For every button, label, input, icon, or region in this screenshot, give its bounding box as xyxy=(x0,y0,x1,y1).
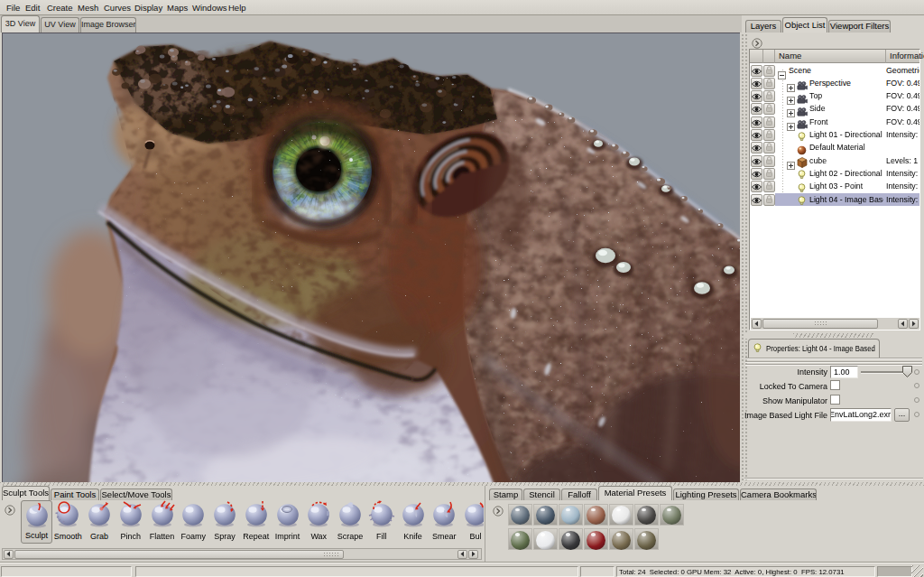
tab-object-list[interactable]: Object List xyxy=(782,17,827,33)
tab-camera-bookmarks[interactable]: Camera Bookmarks xyxy=(740,489,817,500)
visibility-toggle[interactable] xyxy=(751,142,762,154)
visibility-toggle[interactable] xyxy=(751,129,762,141)
lock-toggle[interactable] xyxy=(763,129,775,141)
menu-maps[interactable]: Maps xyxy=(167,3,188,13)
scroll-left-button-2[interactable] xyxy=(457,550,467,559)
tools-expand-button[interactable] xyxy=(5,503,16,515)
manipulator-key-indicator[interactable] xyxy=(914,397,919,403)
intensity-key-indicator[interactable] xyxy=(914,369,919,375)
file-key-indicator[interactable] xyxy=(914,412,919,417)
light-file-input[interactable]: eEnvLatLong2.exr xyxy=(830,408,892,422)
tab-uv-view[interactable]: UV View xyxy=(41,17,79,33)
header-visibility-column[interactable] xyxy=(750,50,763,63)
table-row[interactable]: FrontFOV: 0.49... xyxy=(750,116,919,128)
tool-bul[interactable]: Bul xyxy=(460,500,485,544)
lock-toggle[interactable] xyxy=(763,116,775,128)
lock-toggle[interactable] xyxy=(763,65,775,77)
lock-toggle[interactable] xyxy=(763,90,775,102)
table-row[interactable]: Default Material xyxy=(750,142,919,154)
tab-image-browser[interactable]: Image Browser xyxy=(80,17,136,33)
visibility-toggle[interactable] xyxy=(751,90,762,102)
menu-file[interactable]: File xyxy=(6,3,20,13)
menu-windows[interactable]: Windows xyxy=(192,3,227,13)
resize-grip[interactable] xyxy=(911,565,923,577)
visibility-toggle[interactable] xyxy=(751,103,762,115)
tab-viewport-filters[interactable]: Viewport Filters xyxy=(828,20,891,33)
table-row[interactable]: Light 03 - PointIntensity: 0... xyxy=(750,181,919,193)
lock-toggle[interactable] xyxy=(763,142,775,154)
material-preset[interactable] xyxy=(584,528,608,550)
material-preset[interactable] xyxy=(508,528,532,550)
lock-toggle[interactable] xyxy=(763,168,775,180)
visibility-toggle[interactable] xyxy=(751,168,762,180)
table-row[interactable]: TopFOV: 0.49... xyxy=(750,90,919,103)
lock-toggle[interactable] xyxy=(763,103,775,115)
header-name-column[interactable]: Name xyxy=(775,50,886,63)
intensity-slider-thumb[interactable] xyxy=(902,365,912,377)
viewport-3d[interactable] xyxy=(2,33,740,482)
material-preset[interactable] xyxy=(660,504,684,526)
locked-key-indicator[interactable] xyxy=(914,383,919,388)
intensity-input[interactable]: 1.00 xyxy=(830,366,858,378)
locked-to-camera-checkbox[interactable] xyxy=(830,380,840,390)
scroll-left-button-2[interactable] xyxy=(898,319,908,329)
material-preset[interactable] xyxy=(609,504,633,526)
lock-toggle[interactable] xyxy=(763,181,775,192)
tab-paint-tools[interactable]: Paint Tools xyxy=(51,489,99,500)
visibility-toggle[interactable] xyxy=(751,78,762,89)
visibility-toggle[interactable] xyxy=(751,65,762,77)
table-row[interactable]: PerspectiveFOV: 0.49... xyxy=(750,77,919,89)
tab-stamp[interactable]: Stamp xyxy=(489,489,522,500)
material-preset[interactable] xyxy=(559,528,583,550)
tab-select-move-tools[interactable]: Select/Move Tools xyxy=(100,489,172,500)
table-row[interactable]: Light 04 - Image BasedIntensity: 0... xyxy=(750,193,919,206)
table-row[interactable]: SideFOV: 0.49... xyxy=(750,103,919,116)
scroll-thumb[interactable] xyxy=(14,550,344,559)
material-preset[interactable] xyxy=(533,528,558,550)
material-preset[interactable] xyxy=(634,504,659,526)
tab-sculpt-tools[interactable]: Sculpt Tools xyxy=(2,486,50,500)
scroll-left-button[interactable] xyxy=(752,319,762,329)
material-preset[interactable] xyxy=(533,504,558,526)
tab-material-presets[interactable]: Material Presets xyxy=(598,486,672,500)
table-row[interactable]: Light 01 - DirectionalIntensity: 0... xyxy=(750,129,919,142)
table-row[interactable]: cubeLevels: 1 ... xyxy=(750,154,919,167)
tools-hscrollbar[interactable] xyxy=(2,548,482,560)
scroll-right-button[interactable] xyxy=(468,550,478,559)
tab-layers[interactable]: Layers xyxy=(745,20,781,33)
tab-3d-view[interactable]: 3D View xyxy=(1,15,40,33)
material-preset[interactable] xyxy=(609,528,633,550)
material-preset[interactable] xyxy=(508,504,532,526)
menu-edit[interactable]: Edit xyxy=(25,3,40,13)
show-manipulator-checkbox[interactable] xyxy=(830,395,840,405)
lock-toggle[interactable] xyxy=(763,194,775,206)
tab-falloff[interactable]: Falloff xyxy=(561,489,597,500)
tab-lighting-presets[interactable]: Lighting Presets xyxy=(673,489,739,500)
browse-file-button[interactable]: ... xyxy=(894,408,910,422)
menu-help[interactable]: Help xyxy=(228,3,246,13)
scroll-right-button[interactable] xyxy=(909,319,919,329)
scroll-left-button[interactable] xyxy=(4,550,14,559)
menu-curves[interactable]: Curves xyxy=(104,3,131,13)
object-list-expand-button[interactable] xyxy=(752,36,763,48)
table-row[interactable]: Light 02 - DirectionalIntensity: 0... xyxy=(750,167,919,180)
lock-toggle[interactable] xyxy=(763,78,775,89)
visibility-toggle[interactable] xyxy=(751,194,762,206)
header-lock-column[interactable] xyxy=(763,50,775,63)
menu-mesh[interactable]: Mesh xyxy=(78,3,98,13)
table-row[interactable]: SceneGeometries xyxy=(750,64,919,77)
tab-properties[interactable]: Properties: Light 04 - Image Based xyxy=(748,339,880,358)
visibility-toggle[interactable] xyxy=(751,181,762,192)
menu-display[interactable]: Display xyxy=(134,3,162,13)
object-list-hscrollbar[interactable] xyxy=(751,318,919,330)
visibility-toggle[interactable] xyxy=(751,116,762,128)
visibility-toggle[interactable] xyxy=(751,155,762,167)
properties-splitter[interactable] xyxy=(744,332,924,339)
tab-stencil[interactable]: Stencil xyxy=(523,489,560,500)
menu-create[interactable]: Create xyxy=(47,3,73,13)
lock-toggle[interactable] xyxy=(763,155,775,167)
material-preset[interactable] xyxy=(584,504,608,526)
material-preset[interactable] xyxy=(559,504,583,526)
header-information-column[interactable]: Information xyxy=(886,50,919,63)
presets-expand-button[interactable] xyxy=(493,504,504,516)
